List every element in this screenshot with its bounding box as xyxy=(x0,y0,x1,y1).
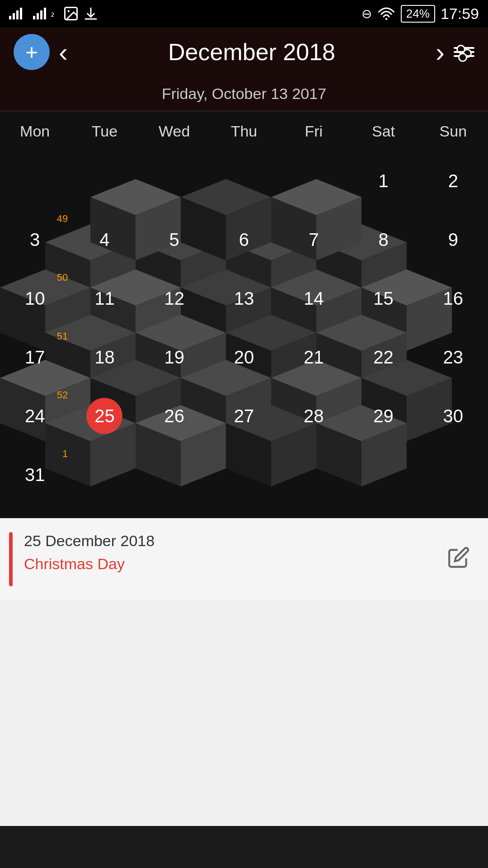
edit-event-button[interactable] xyxy=(443,542,474,577)
date-number[interactable]: 6 xyxy=(226,222,262,258)
calendar-cell[interactable]: 25 xyxy=(70,387,139,445)
date-number xyxy=(226,163,262,199)
prev-month-button[interactable]: ‹ xyxy=(50,37,77,68)
date-number xyxy=(86,457,122,493)
calendar-cell[interactable]: 131 xyxy=(0,445,70,504)
calendar-cell xyxy=(70,151,139,210)
calendar-cell[interactable]: 13 xyxy=(209,269,279,328)
date-number[interactable]: 2 xyxy=(435,163,471,199)
calendar-cell xyxy=(279,151,348,210)
calendar-cell[interactable]: 7 xyxy=(279,210,348,269)
calendar-cell[interactable]: 27 xyxy=(209,387,279,445)
date-number[interactable]: 8 xyxy=(366,222,402,258)
day-header-sat: Sat xyxy=(348,116,418,147)
date-number[interactable]: 11 xyxy=(86,280,122,316)
date-number xyxy=(156,457,192,493)
date-number[interactable]: 24 xyxy=(17,398,53,434)
date-number[interactable]: 1 xyxy=(366,163,402,199)
calendar-cell[interactable]: 16 xyxy=(418,269,488,328)
date-number[interactable]: 9 xyxy=(435,222,471,258)
signal-bars-1 xyxy=(9,8,22,19)
date-number[interactable]: 26 xyxy=(156,398,192,434)
calendar-cell[interactable]: 28 xyxy=(279,387,348,445)
status-bar: ₂ ⊖ 24% 17:59 xyxy=(0,0,488,27)
date-number xyxy=(17,163,53,199)
date-number[interactable]: 31 xyxy=(17,457,53,493)
date-number[interactable]: 17 xyxy=(17,339,53,375)
calendar-cell[interactable]: 26 xyxy=(140,387,209,445)
calendar-cell[interactable]: 5010 xyxy=(0,269,70,328)
date-number[interactable]: 13 xyxy=(226,280,262,316)
calendar-cell[interactable]: 19 xyxy=(140,328,209,387)
calendar-cell[interactable]: 4 xyxy=(70,210,139,269)
date-number xyxy=(296,163,332,199)
calendar-cell xyxy=(279,445,348,504)
date-number[interactable]: 4 xyxy=(86,222,122,258)
calendar-cell[interactable]: 12 xyxy=(140,269,209,328)
calendar-cell[interactable]: 20 xyxy=(209,328,279,387)
calendar-cell[interactable]: 14 xyxy=(279,269,348,328)
day-header-sun: Sun xyxy=(418,116,488,147)
day-header-tue: Tue xyxy=(70,116,139,147)
selected-date-display: Friday, October 13 2017 xyxy=(0,77,488,111)
calendar-cell[interactable]: 5 xyxy=(140,210,209,269)
day-header-mon: Mon xyxy=(0,116,70,147)
calendar-cell[interactable]: 2 xyxy=(418,151,488,210)
calendar-cell[interactable]: 30 xyxy=(418,387,488,445)
time-display: 17:59 xyxy=(441,5,479,23)
date-number[interactable]: 19 xyxy=(156,339,192,375)
date-number[interactable]: 22 xyxy=(366,339,402,375)
selected-date-num[interactable]: 25 xyxy=(86,398,122,434)
calendar-cell[interactable]: 11 xyxy=(70,269,139,328)
date-number[interactable]: 7 xyxy=(296,222,332,258)
status-left: ₂ xyxy=(9,5,99,22)
notif-icon: ⊖ xyxy=(361,6,372,21)
date-number xyxy=(226,457,262,493)
calendar-cell[interactable]: 15 xyxy=(348,269,418,328)
calendar-cell xyxy=(209,445,279,504)
date-number[interactable]: 16 xyxy=(435,280,471,316)
calendar-cell xyxy=(140,445,209,504)
add-event-button[interactable]: + xyxy=(14,34,50,70)
date-number[interactable]: 15 xyxy=(366,280,402,316)
date-number[interactable]: 5 xyxy=(156,222,192,258)
date-number[interactable]: 27 xyxy=(226,398,262,434)
date-number[interactable]: 28 xyxy=(296,398,332,434)
date-number[interactable]: 10 xyxy=(17,280,53,316)
date-number[interactable]: 3 xyxy=(17,222,53,258)
calendar-cell xyxy=(209,151,279,210)
date-number[interactable]: 20 xyxy=(226,339,262,375)
calendar-cell[interactable]: 9 xyxy=(418,210,488,269)
signal-bar xyxy=(9,16,11,19)
date-number[interactable]: 21 xyxy=(296,339,332,375)
settings-button[interactable] xyxy=(454,47,474,57)
calendar-cell[interactable]: 6 xyxy=(209,210,279,269)
day-headers: Mon Tue Wed Thu Fri Sat Sun xyxy=(0,111,488,147)
date-number[interactable]: 12 xyxy=(156,280,192,316)
calendar-cell xyxy=(70,445,139,504)
calendar-cell[interactable]: 5117 xyxy=(0,328,70,387)
calendar-cell[interactable]: 29 xyxy=(348,387,418,445)
calendar-cell[interactable]: 21 xyxy=(279,328,348,387)
calendar-cell[interactable]: 18 xyxy=(70,328,139,387)
event-panel: 25 December 2018 Christmas Day xyxy=(0,518,488,600)
calendar-cell[interactable]: 22 xyxy=(348,328,418,387)
calendar-cell[interactable]: 8 xyxy=(348,210,418,269)
gallery-icon xyxy=(63,5,79,22)
date-number[interactable]: 23 xyxy=(435,339,471,375)
calendar-cell[interactable]: 5224 xyxy=(0,387,70,445)
date-number[interactable]: 14 xyxy=(296,280,332,316)
next-month-button[interactable]: › xyxy=(427,37,454,68)
date-number[interactable]: 29 xyxy=(366,398,402,434)
date-number xyxy=(156,163,192,199)
date-number[interactable]: 30 xyxy=(435,398,471,434)
calendar-cell[interactable]: 23 xyxy=(418,328,488,387)
calendar-cell[interactable]: 1 xyxy=(348,151,418,210)
event-date: 25 December 2018 xyxy=(24,532,443,550)
signal-bar xyxy=(13,13,15,19)
date-number xyxy=(435,457,471,493)
calendar-grid: 1249345678950101112131415165117181920212… xyxy=(0,147,488,509)
calendar-cell xyxy=(348,445,418,504)
date-number[interactable]: 18 xyxy=(86,339,122,375)
calendar-cell[interactable]: 493 xyxy=(0,210,70,269)
